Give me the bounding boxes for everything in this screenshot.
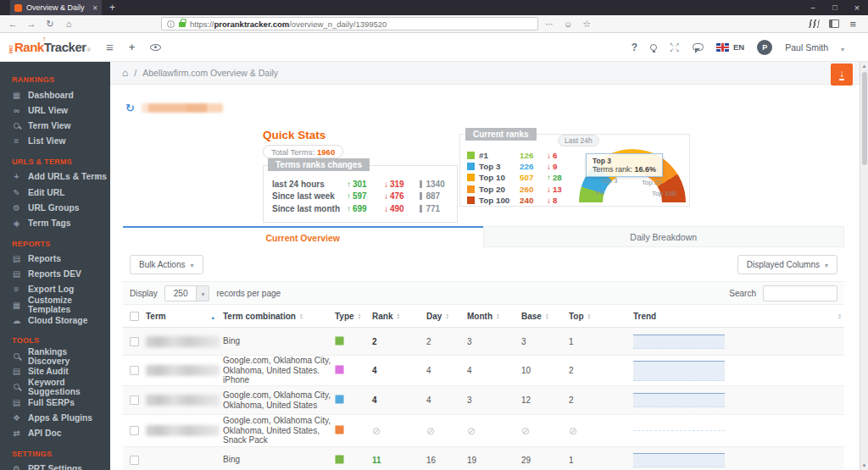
- sidebar-item-reports-dev[interactable]: Reports DEV: [12, 267, 110, 282]
- row-checkbox[interactable]: [130, 395, 139, 405]
- sort-icon[interactable]: [497, 312, 499, 319]
- sidebar-item-edit-url[interactable]: Edit URL: [12, 185, 110, 200]
- sidebar-item-dashboard[interactable]: Dashboard: [12, 87, 110, 102]
- browser-home-icon[interactable]: [61, 19, 76, 29]
- user-name[interactable]: Paul Smith: [785, 42, 828, 53]
- sort-icon[interactable]: [838, 312, 841, 319]
- refresh-icon[interactable]: [125, 100, 135, 115]
- sort-icon[interactable]: [300, 312, 303, 319]
- home-icon[interactable]: [122, 67, 128, 79]
- sidebar-item-api-doc[interactable]: API Doc: [12, 425, 110, 440]
- library-icon[interactable]: [810, 19, 821, 28]
- bookmark-star-icon[interactable]: [579, 19, 594, 30]
- close-icon[interactable]: [846, 3, 868, 13]
- breadcrumb: / Abellawfirm.com Overview & Daily: [110, 62, 868, 85]
- tips-bulb-icon[interactable]: [650, 44, 657, 51]
- column-header-top[interactable]: Top: [569, 312, 623, 321]
- table-row[interactable]: Google.com, Oklahoma City, Oklahoma, Uni…: [123, 415, 844, 447]
- table-row[interactable]: Google.com, Oklahoma City, Oklahoma, Uni…: [123, 386, 844, 415]
- back-icon[interactable]: [5, 19, 20, 29]
- ranks-gauge-chart[interactable]: Top 3 #1 Top 20 Top 100 Top 3 Terms rank…: [579, 143, 689, 204]
- sidebar-item-url-groups[interactable]: URL Groups: [12, 200, 110, 215]
- scrollbar-thumb[interactable]: [862, 72, 867, 165]
- tab-close-icon[interactable]: [92, 3, 97, 13]
- sidebar-item-term-tags[interactable]: Term Tags: [12, 215, 110, 230]
- page-actions-icon[interactable]: [542, 19, 557, 29]
- sidebar-toggle-icon[interactable]: [829, 19, 839, 28]
- breadcrumb-page[interactable]: Abellawfirm.com Overview & Daily: [142, 68, 278, 78]
- sidebar-item-reports[interactable]: Reports: [12, 252, 110, 267]
- table-row[interactable]: Bing 11 16 19 29 1: [123, 447, 844, 470]
- column-header-type[interactable]: Type: [335, 312, 372, 321]
- user-menu-caret-icon[interactable]: [841, 40, 844, 55]
- quick-stats-title: Quick Stats: [263, 129, 458, 141]
- table-row[interactable]: Bing 2 2 3 3 1: [123, 328, 844, 356]
- tabs: Current Overview Daily Breakdown: [123, 226, 844, 247]
- sort-icon[interactable]: [397, 312, 399, 319]
- search-input[interactable]: [763, 285, 837, 301]
- column-header-month[interactable]: Month: [467, 312, 521, 321]
- bulk-actions-button[interactable]: Bulk Actions: [130, 255, 203, 274]
- sidebar-item-full-serps[interactable]: Full SERPs: [12, 395, 110, 410]
- fullscreen-icon[interactable]: [670, 42, 680, 52]
- trend-sparkline[interactable]: [633, 335, 725, 349]
- displayed-columns-button[interactable]: Displayed Columns: [737, 255, 837, 274]
- page-scrollbar[interactable]: ▲ ▼: [860, 62, 868, 470]
- minimize-icon[interactable]: [802, 3, 824, 12]
- forward-icon[interactable]: [24, 19, 39, 29]
- trend-sparkline[interactable]: [633, 453, 725, 467]
- sort-icon[interactable]: [588, 312, 591, 319]
- row-checkbox[interactable]: [130, 366, 139, 375]
- browser-tab[interactable]: Overview & Daily: [10, 0, 102, 15]
- sidebar-item-apps-plugins[interactable]: Apps & Plugins: [12, 410, 110, 425]
- sort-icon[interactable]: [359, 312, 361, 319]
- sidebar-item-prt-settings[interactable]: PRT Settings: [12, 462, 110, 470]
- row-checkbox[interactable]: [130, 337, 139, 346]
- select-all-checkbox[interactable]: [130, 312, 139, 321]
- sidebar-item-list-view[interactable]: List View: [12, 134, 110, 149]
- trend-sparkline[interactable]: [633, 361, 725, 381]
- language-label[interactable]: EN: [733, 42, 744, 52]
- site-info-icon[interactable]: [167, 20, 175, 28]
- sidebar-item-url-view[interactable]: URL View: [12, 102, 110, 118]
- page-size-select[interactable]: 250: [164, 285, 210, 301]
- sidebar-item-term-view[interactable]: Term View: [12, 118, 110, 133]
- trend-sparkline-flat[interactable]: [633, 430, 725, 431]
- new-tab-button[interactable]: [102, 0, 123, 15]
- sidebar-item-customize-templates[interactable]: Customize Templates: [12, 297, 110, 312]
- tab-daily-breakdown[interactable]: Daily Breakdown: [483, 226, 845, 247]
- quick-add-icon[interactable]: [129, 41, 136, 53]
- sidebar-item-rankings-discovery[interactable]: Rankings Discovery: [12, 348, 110, 363]
- table-row[interactable]: Google.com, Oklahoma City, Oklahoma, Uni…: [123, 356, 844, 386]
- uk-flag-icon[interactable]: [716, 43, 729, 52]
- avatar[interactable]: P: [757, 40, 772, 55]
- ranktracker-logo[interactable]: PRORankTracker®: [8, 40, 91, 54]
- view-mode-eye-icon[interactable]: [150, 44, 161, 51]
- column-header-rank[interactable]: Rank: [372, 312, 426, 321]
- sort-icon[interactable]: [446, 312, 448, 319]
- pocket-icon[interactable]: [560, 19, 576, 29]
- trend-sparkline[interactable]: [633, 393, 725, 407]
- scroll-down-arrow-icon[interactable]: ▼: [862, 462, 867, 470]
- sidebar-item-cloud-storage[interactable]: Cloud Storage: [12, 312, 110, 328]
- sort-icon[interactable]: [546, 312, 548, 319]
- column-header-day[interactable]: Day: [426, 312, 467, 321]
- column-header-combination[interactable]: Term combination: [223, 312, 335, 321]
- column-header-term[interactable]: Term: [123, 312, 223, 321]
- sidebar-collapse-icon[interactable]: [106, 40, 114, 54]
- url-bar[interactable]: https://proranktracker.com/overview_n_da…: [161, 17, 538, 30]
- chat-icon[interactable]: [693, 43, 704, 51]
- sidebar-item-keyword-suggestions[interactable]: Keyword Suggestions: [12, 379, 110, 395]
- sidebar-item-add-urls-terms[interactable]: Add URLs & Terms: [12, 169, 110, 185]
- scroll-up-arrow-icon[interactable]: ▲: [862, 62, 867, 70]
- column-header-trend[interactable]: Trend: [623, 312, 844, 321]
- column-header-base[interactable]: Base: [521, 312, 569, 321]
- tab-current-overview[interactable]: Current Overview: [123, 226, 483, 247]
- row-checkbox[interactable]: [130, 456, 139, 465]
- browser-menu-icon[interactable]: [849, 16, 856, 31]
- row-checkbox[interactable]: [130, 426, 139, 435]
- reload-icon[interactable]: [42, 19, 58, 30]
- download-report-button[interactable]: [831, 64, 853, 86]
- maximize-icon[interactable]: [824, 3, 846, 12]
- help-icon[interactable]: [632, 41, 637, 53]
